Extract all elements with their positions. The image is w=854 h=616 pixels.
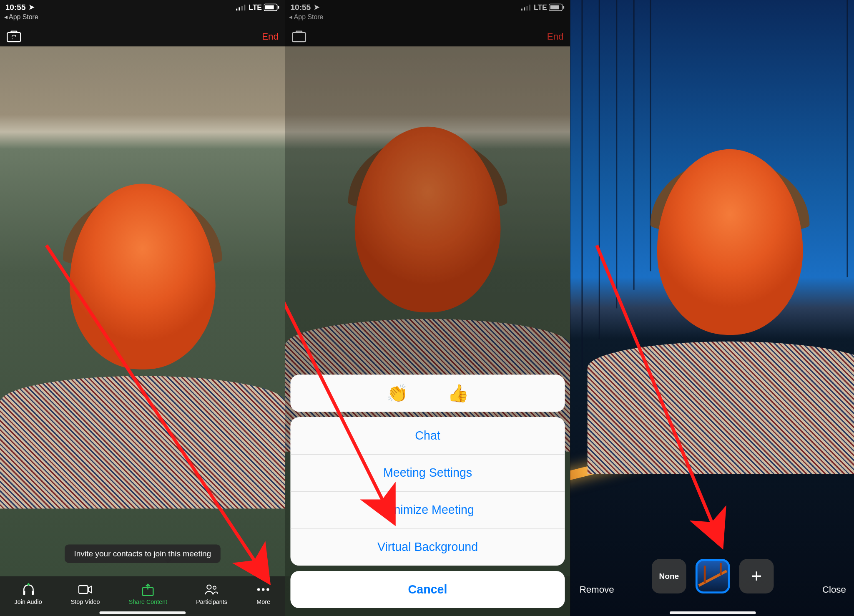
vb-thumb-add[interactable]: + bbox=[739, 559, 774, 593]
toolbar-stop-video[interactable]: Stop Video bbox=[71, 582, 100, 605]
svg-rect-8 bbox=[23, 591, 25, 595]
svg-rect-0 bbox=[236, 9, 237, 11]
svg-rect-9 bbox=[32, 591, 34, 595]
toolbar-join-audio[interactable]: Join Audio bbox=[15, 582, 42, 605]
status-network: LTE bbox=[249, 3, 262, 11]
video-self-view bbox=[0, 46, 285, 616]
svg-point-12 bbox=[207, 585, 211, 589]
svg-rect-1 bbox=[239, 7, 240, 10]
person-face bbox=[33, 177, 252, 508]
svg-point-16 bbox=[267, 588, 269, 591]
home-indicator[interactable] bbox=[100, 611, 186, 614]
reactions-row: 👏 👍 bbox=[290, 375, 565, 412]
video-self-view-vb bbox=[570, 0, 854, 616]
end-button[interactable]: End bbox=[262, 31, 279, 42]
invite-tooltip: Invite your contacts to join this meetin… bbox=[65, 544, 220, 563]
vb-thumb-bridge[interactable] bbox=[696, 559, 730, 593]
person-face bbox=[620, 142, 839, 474]
action-sheet: 👏 👍 Chat Meeting Settings Minimize Meeti… bbox=[290, 375, 565, 608]
location-icon bbox=[28, 4, 35, 11]
vb-remove-button[interactable]: Remove bbox=[580, 584, 614, 595]
svg-point-14 bbox=[257, 588, 260, 591]
svg-rect-6 bbox=[278, 6, 279, 8]
toolbar-label: More bbox=[256, 598, 270, 605]
svg-rect-5 bbox=[265, 5, 274, 10]
participants-icon bbox=[204, 582, 219, 596]
meeting-topbar: End bbox=[0, 27, 285, 47]
toolbar-label: Stop Video bbox=[71, 598, 100, 605]
toolbar-label: Join Audio bbox=[15, 598, 42, 605]
reaction-clap[interactable]: 👏 bbox=[387, 383, 408, 403]
toolbar-participants[interactable]: Participants bbox=[196, 582, 227, 605]
sheet-virtual-background[interactable]: Virtual Background bbox=[290, 528, 565, 566]
svg-point-15 bbox=[262, 588, 264, 591]
video-icon bbox=[78, 582, 93, 596]
sheet-cancel[interactable]: Cancel bbox=[290, 571, 565, 608]
toolbar-label: Participants bbox=[196, 598, 227, 605]
reaction-thumbs-up[interactable]: 👍 bbox=[447, 383, 469, 403]
toolbar-share-content[interactable]: Share Content bbox=[129, 582, 167, 605]
status-time: 10:55 bbox=[5, 3, 26, 12]
status-bar: 10:55 LTE bbox=[0, 0, 285, 13]
toolbar-more[interactable]: More bbox=[256, 582, 271, 605]
sheet-meeting-settings[interactable]: Meeting Settings bbox=[290, 454, 565, 491]
signal-icon bbox=[236, 4, 246, 11]
svg-rect-2 bbox=[241, 6, 243, 10]
meeting-toolbar: Join Audio Stop Video Share Content Part… bbox=[0, 576, 285, 616]
headphones-icon bbox=[21, 582, 35, 596]
battery-icon bbox=[264, 3, 280, 11]
screenshot-1: 10:55 LTE ◂ App Store End Invite your co… bbox=[0, 0, 285, 616]
screenshot-3: None + Remove Close bbox=[570, 0, 854, 616]
svg-rect-3 bbox=[244, 5, 245, 10]
sheet-minimize-meeting[interactable]: Minimize Meeting bbox=[290, 491, 565, 528]
vb-thumbnails: None + bbox=[652, 559, 774, 593]
toolbar-label: Share Content bbox=[129, 598, 167, 605]
share-icon bbox=[141, 582, 155, 596]
sheet-chat[interactable]: Chat bbox=[290, 417, 565, 454]
svg-rect-10 bbox=[79, 585, 88, 593]
svg-point-13 bbox=[213, 586, 216, 589]
switch-camera-icon[interactable] bbox=[7, 30, 21, 43]
screenshot-2: 10:55 LTE ◂ App Store End Join Audio Sto… bbox=[285, 0, 570, 616]
more-icon bbox=[256, 582, 271, 596]
vb-close-button[interactable]: Close bbox=[822, 584, 846, 595]
back-to-app[interactable]: ◂ App Store bbox=[4, 13, 38, 20]
vb-thumb-none[interactable]: None bbox=[652, 559, 686, 593]
svg-rect-7 bbox=[7, 33, 20, 42]
svg-rect-27 bbox=[696, 559, 730, 593]
